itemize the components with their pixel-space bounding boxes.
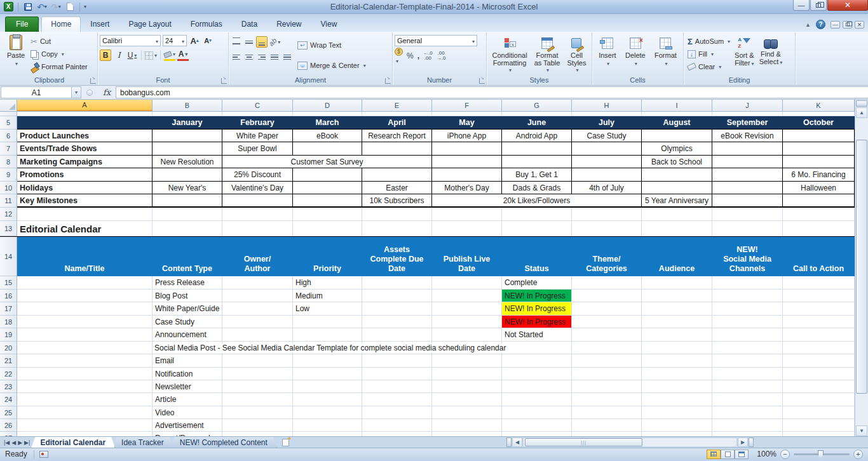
cell-A24[interactable]	[17, 393, 153, 406]
cell-K21[interactable]	[783, 354, 855, 368]
cell-A17[interactable]	[17, 302, 153, 316]
cell-I17[interactable]	[642, 302, 712, 316]
cell-F6[interactable]: iPhone App	[432, 130, 502, 142]
cell-E25[interactable]	[362, 406, 432, 419]
row-header-8[interactable]: 8	[0, 156, 17, 168]
ribbon-tab-view[interactable]: View	[311, 17, 347, 32]
cell-F16[interactable]	[432, 290, 502, 302]
cell-H10[interactable]: 4th of July	[572, 182, 642, 194]
cell-A9[interactable]: Promotions	[17, 168, 153, 182]
cell-G16[interactable]: NEW! In Progress	[502, 290, 572, 302]
workbook-minimize-button[interactable]: —	[831, 21, 840, 29]
percent-style-button[interactable]: %	[407, 51, 414, 60]
cell-E17[interactable]	[362, 302, 432, 316]
column-header-A[interactable]: A	[17, 100, 153, 111]
cell-B10[interactable]: New Year's	[153, 182, 222, 194]
cell-F24[interactable]	[432, 393, 502, 406]
comma-style-button[interactable]: ,	[417, 51, 419, 60]
page-layout-view-button[interactable]	[721, 450, 735, 459]
cell-J13[interactable]	[712, 221, 783, 236]
clear-button[interactable]: Clear	[686, 60, 732, 73]
font-color-button[interactable]: A	[177, 50, 189, 61]
cell-I16[interactable]	[642, 290, 712, 302]
merge-center-button[interactable]: aMerge & Center	[295, 59, 368, 72]
cell-A14[interactable]: Name/Title	[17, 237, 153, 276]
cell-D23[interactable]	[293, 380, 362, 393]
cell-G25[interactable]	[502, 406, 572, 419]
select-all-corner[interactable]	[0, 100, 17, 111]
cell-A21[interactable]	[17, 354, 153, 368]
workbook-restore-button[interactable]	[843, 21, 852, 29]
cell-G26[interactable]	[502, 419, 572, 432]
cell-C24[interactable]	[222, 393, 293, 406]
cell-F10[interactable]: Mother's Day	[432, 182, 502, 194]
align-center-button[interactable]	[243, 51, 255, 63]
cell-E5[interactable]: April	[362, 116, 432, 130]
first-sheet-button[interactable]: |◀	[4, 439, 10, 446]
cell-B24[interactable]: Article	[153, 393, 222, 406]
align-left-button[interactable]	[231, 51, 242, 63]
ribbon-tab-file[interactable]: File	[5, 17, 39, 32]
cell-E13[interactable]	[362, 221, 432, 236]
cell-D27[interactable]	[293, 432, 362, 436]
zoom-slider-thumb[interactable]	[818, 450, 824, 458]
alignment-dialog-launcher[interactable]	[385, 78, 391, 84]
cell-B27[interactable]: Report/Research	[153, 432, 222, 436]
cell-J25[interactable]	[712, 406, 783, 419]
cell-H21[interactable]	[572, 354, 642, 368]
cell-C26[interactable]	[222, 419, 293, 432]
shrink-font-button[interactable]: A	[202, 35, 214, 46]
cell-E22[interactable]	[362, 368, 432, 380]
cell-C7[interactable]: Super Bowl	[222, 142, 293, 156]
cell-H13[interactable]	[572, 221, 642, 236]
cell-B23[interactable]: Newsletter	[153, 380, 222, 393]
cell-H23[interactable]	[572, 380, 642, 393]
name-box-dropdown[interactable]: ▾	[72, 86, 81, 98]
cell-H[interactable]	[572, 112, 642, 116]
cell-A23[interactable]	[17, 380, 153, 393]
row-header-5[interactable]: 5	[0, 116, 17, 130]
undo-button[interactable]: ↶▾	[36, 1, 48, 13]
last-sheet-button[interactable]: ▶|	[24, 439, 30, 446]
cell-G10[interactable]: Dads & Grads	[502, 182, 572, 194]
insert-cells-button[interactable]: Insert	[596, 35, 619, 76]
cell-J16[interactable]	[712, 290, 783, 302]
cell-J12[interactable]	[712, 208, 783, 221]
formula-input[interactable]: bobangus.com	[116, 86, 868, 98]
cell-F17[interactable]	[432, 302, 502, 316]
conditional-formatting-button[interactable]: ≤ Conditional Formatting	[490, 35, 530, 76]
normal-view-button[interactable]	[707, 450, 721, 459]
cell-F8[interactable]	[432, 156, 502, 168]
collapse-ribbon-icon[interactable]: ▲	[805, 22, 811, 28]
cell-G23[interactable]	[502, 380, 572, 393]
cell-H16[interactable]	[572, 290, 642, 302]
cell-G[interactable]	[502, 112, 572, 116]
orientation-button[interactable]: ab	[269, 36, 280, 48]
cell-A25[interactable]	[17, 406, 153, 419]
cell-I25[interactable]	[642, 406, 712, 419]
cell-A20[interactable]	[17, 342, 153, 354]
cell-J8[interactable]	[712, 156, 783, 168]
cell-E23[interactable]	[362, 380, 432, 393]
column-header-I[interactable]: I	[642, 100, 712, 111]
cell-C11[interactable]	[222, 194, 293, 208]
zoom-level[interactable]: 100%	[752, 450, 776, 458]
increase-decimal-button[interactable]: ←.0 .00	[423, 51, 433, 61]
underline-button[interactable]: U	[126, 50, 138, 61]
cell-B25[interactable]: Video	[153, 406, 222, 419]
name-box[interactable]: A1	[1, 86, 72, 98]
cell-A26[interactable]	[17, 419, 153, 432]
cell-I20[interactable]	[642, 342, 712, 354]
cell-I19[interactable]	[642, 328, 712, 342]
vertical-scrollbar[interactable]: ▲ ▼	[855, 100, 868, 436]
cell-F25[interactable]	[432, 406, 502, 419]
cell-H25[interactable]	[572, 406, 642, 419]
increase-indent-button[interactable]	[281, 51, 293, 63]
scroll-right-arrow[interactable]: ▶	[738, 438, 748, 447]
cell-C12[interactable]	[222, 208, 293, 221]
cell-A5[interactable]	[17, 116, 153, 130]
accounting-format-button[interactable]: $	[395, 48, 403, 65]
font-family-select[interactable]: Calibri	[100, 35, 161, 46]
cell-H22[interactable]	[572, 368, 642, 380]
cell-G17[interactable]: NEW! In Progress	[502, 302, 572, 316]
